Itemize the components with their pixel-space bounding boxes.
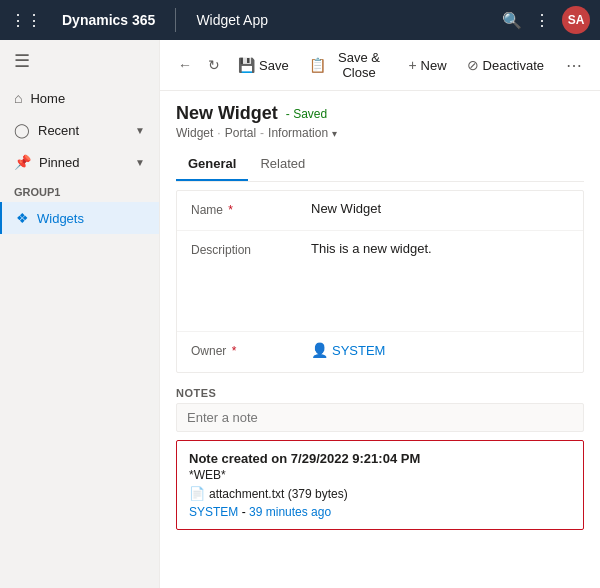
record-header: New Widget - Saved Widget · Portal - Inf… [176,103,584,140]
pinned-chevron-icon: ▼ [135,157,145,168]
new-button[interactable]: + New [400,53,454,77]
sidebar-item-widgets[interactable]: ❖ Widgets [0,202,159,234]
sidebar-home-label: Home [30,91,145,106]
field-owner: Owner * 👤 SYSTEM [177,332,583,372]
save-label: Save [259,58,289,73]
recent-chevron-icon: ▼ [135,125,145,136]
sidebar-item-recent[interactable]: ◯ Recent ▼ [0,114,159,146]
tab-related[interactable]: Related [248,148,317,181]
name-required-indicator: * [228,203,233,217]
notes-header: NOTES [176,381,584,403]
sidebar-recent-label: Recent [38,123,127,138]
breadcrumb-sep2: - [260,126,264,140]
nav-icons: 🔍 ⋮ SA [502,6,590,34]
owner-label: Owner * [191,342,311,358]
app-logo: Dynamics 365 [52,12,165,28]
toolbar: ← ↻ 💾 Save 📋 Save & Close + New ⊘ Deacti… [160,40,600,91]
new-label: New [421,58,447,73]
owner-person-icon: 👤 [311,342,328,358]
save-icon: 💾 [238,57,255,73]
sidebar-item-home[interactable]: ⌂ Home [0,82,159,114]
tab-related-label: Related [260,156,305,171]
note-footer: SYSTEM - 39 minutes ago [189,505,571,519]
breadcrumb-widget: Widget [176,126,213,140]
note-time-ago: 39 minutes ago [249,505,331,519]
attachment-icon: 📄 [189,486,205,501]
refresh-button[interactable]: ↻ [202,53,226,77]
search-icon[interactable]: 🔍 [502,11,522,30]
settings-icon[interactable]: ⋮ [534,11,550,30]
owner-name: SYSTEM [332,343,385,358]
record-saved-badge: - Saved [286,107,327,121]
description-value[interactable]: This is a new widget. [311,241,569,321]
more-options-button[interactable]: ⋯ [560,52,588,79]
user-avatar[interactable]: SA [562,6,590,34]
grid-icon[interactable]: ⋮⋮ [10,11,42,30]
attachment-filename: attachment.txt (379 bytes) [209,487,348,501]
note-card: Note created on 7/29/2022 9:21:04 PM *WE… [176,440,584,530]
note-date: Note created on 7/29/2022 9:21:04 PM [189,451,571,466]
back-button[interactable]: ← [172,53,198,77]
field-name: Name * New Widget [177,191,583,231]
widgets-icon: ❖ [16,210,29,226]
deactivate-icon: ⊘ [467,57,479,73]
notes-section: NOTES Note created on 7/29/2022 9:21:04 … [176,381,584,530]
main-layout: ☰ ⌂ Home ◯ Recent ▼ 📌 Pinned ▼ Group1 ❖ … [0,40,600,588]
form-section: Name * New Widget Description This is a … [176,190,584,373]
notes-input[interactable] [176,403,584,432]
breadcrumb-sep1: · [217,126,220,140]
breadcrumb-portal: Portal [225,126,256,140]
breadcrumb-information: Information [268,126,328,140]
breadcrumb-dropdown-icon[interactable]: ▾ [332,128,337,139]
record-title: New Widget - Saved [176,103,584,124]
tab-general-label: General [188,156,236,171]
sidebar-item-pinned[interactable]: 📌 Pinned ▼ [0,146,159,178]
form-area: New Widget - Saved Widget · Portal - Inf… [160,91,600,588]
description-label: Description [191,241,311,257]
sidebar-pinned-label: Pinned [39,155,127,170]
nav-divider [175,8,176,32]
record-name: New Widget [176,103,278,124]
save-close-label: Save & Close [330,50,389,80]
pinned-icon: 📌 [14,154,31,170]
sidebar-widgets-label: Widgets [37,211,145,226]
sidebar-hamburger-icon[interactable]: ☰ [0,40,159,82]
save-close-button[interactable]: 📋 Save & Close [301,46,397,84]
recent-icon: ◯ [14,122,30,138]
new-icon: + [408,57,416,73]
note-separator: - [242,505,249,519]
field-description: Description This is a new widget. [177,231,583,332]
deactivate-label: Deactivate [483,58,544,73]
note-system-link[interactable]: SYSTEM [189,505,238,519]
sidebar-group-label: Group1 [0,178,159,202]
name-value[interactable]: New Widget [311,201,569,216]
owner-required-indicator: * [232,344,237,358]
top-nav-bar: ⋮⋮ Dynamics 365 Widget App 🔍 ⋮ SA [0,0,600,40]
form-tabs: General Related [176,148,584,182]
app-name: Widget App [186,12,492,28]
note-attachment: 📄 attachment.txt (379 bytes) [189,486,571,501]
tab-general[interactable]: General [176,148,248,181]
save-close-icon: 📋 [309,57,326,73]
owner-value[interactable]: 👤 SYSTEM [311,342,569,358]
note-tag: *WEB* [189,468,571,482]
breadcrumb: Widget · Portal - Information ▾ [176,126,584,140]
name-label: Name * [191,201,311,217]
save-button[interactable]: 💾 Save [230,53,297,77]
content-area: ← ↻ 💾 Save 📋 Save & Close + New ⊘ Deacti… [160,40,600,588]
sidebar: ☰ ⌂ Home ◯ Recent ▼ 📌 Pinned ▼ Group1 ❖ … [0,40,160,588]
deactivate-button[interactable]: ⊘ Deactivate [459,53,552,77]
home-icon: ⌂ [14,90,22,106]
